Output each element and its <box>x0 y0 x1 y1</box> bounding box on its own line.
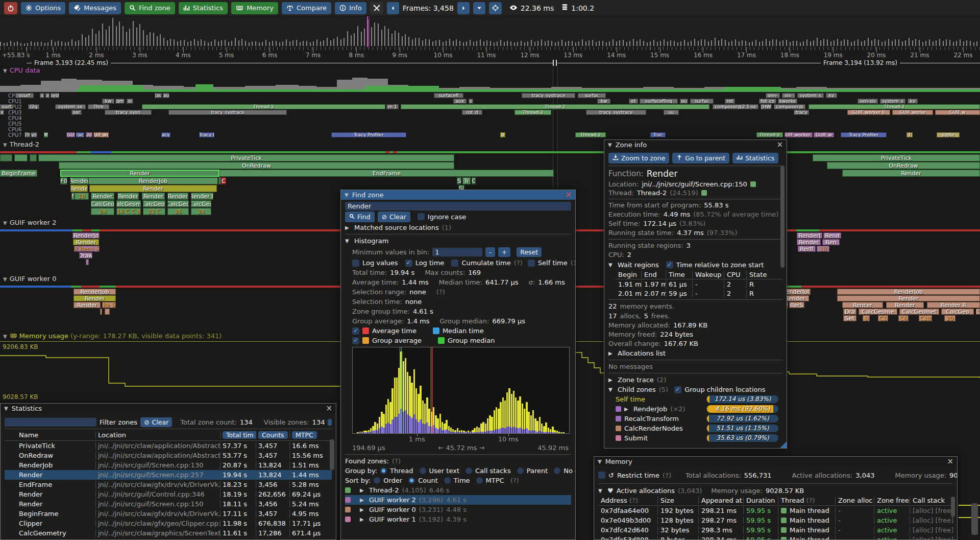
collapse-icon[interactable]: ▼ <box>608 142 612 148</box>
timeline-zone[interactable]: RenderJob <box>88 177 218 184</box>
stats-table-row[interactable]: Renderjni/../jni/src/guif/Control.cpp:34… <box>5 489 332 499</box>
cpu-zone[interactable]: kv <box>908 99 918 104</box>
stats-table-row[interactable]: Renderjni/../jni/src/guif/Screen.cpp:150… <box>5 499 332 509</box>
cpu-zone[interactable]: kw <box>597 99 610 104</box>
histogram-option-checkbox[interactable]: ✓ <box>405 260 412 267</box>
timeline-zone[interactable]: Set <box>843 315 856 321</box>
stats-limit-toggle[interactable] <box>328 419 332 426</box>
expand-icon[interactable]: ▶ <box>608 375 615 385</box>
cpu-zone[interactable]: Tracy Profiler <box>841 132 887 137</box>
min-bin-input[interactable] <box>432 248 482 256</box>
thread-header[interactable]: ▼Thread-2 <box>3 140 39 148</box>
cpu-zone[interactable]: ssurf <box>15 93 34 98</box>
cpu-zone[interactable]: gm <box>115 99 125 104</box>
cpu-zone[interactable]: GUIF worker 0 <box>847 110 890 115</box>
cpu-zone[interactable]: M <box>44 132 48 137</box>
collapse-icon[interactable]: ▼ <box>608 260 615 270</box>
stats-col-counts[interactable]: Counts <box>258 431 288 439</box>
cpu-zone[interactable]: syste <box>937 132 960 137</box>
timeline-zone[interactable]: CalcGeome <box>859 309 897 315</box>
cpu-zone[interactable]: s <box>469 99 473 104</box>
cpu-zone[interactable]: s <box>40 93 44 98</box>
timeline-zone[interactable]: RenderJo <box>72 232 100 239</box>
group-children-checkbox[interactable]: ✓ <box>674 386 681 393</box>
group-by-radio[interactable] <box>380 467 387 474</box>
timeline-zone[interactable]: CalcGeome <box>116 200 141 207</box>
legend-checkbox[interactable]: ✓ <box>352 327 359 335</box>
timeline-zone[interactable]: C <box>976 309 980 315</box>
memory-table-row[interactable]: 0x7dfaa64e00192 bytes298.21 ms59.95 sMai… <box>598 506 953 515</box>
memory-table-row[interactable]: 0x7e049b3d00128 bytes298.27 ms59.95 sMai… <box>598 515 953 525</box>
cpu-zone[interactable]: GUIF wor <box>93 132 109 137</box>
cpu-zone[interactable]: su <box>664 110 679 115</box>
find-button[interactable]: Find <box>345 212 375 222</box>
found-zone-group[interactable]: ▶GUIF worker 1(3,192)4.39 s <box>345 514 571 524</box>
histogram-option-checkbox[interactable]: ✓ <box>352 260 359 267</box>
timeline-zone[interactable]: Rencer <box>842 302 883 308</box>
cpu-zone[interactable]: system_s <box>797 93 824 98</box>
go-to-parent-button[interactable]: Go to parent <box>672 153 729 163</box>
cpu-zone[interactable]: au <box>680 99 688 104</box>
memory-col-header[interactable]: Thread (?) <box>778 497 835 504</box>
expand-icon[interactable]: ▶ <box>345 223 351 232</box>
timeline-zone[interactable]: Render R <box>927 302 980 308</box>
cpu-zone[interactable]: GUI <box>86 132 92 137</box>
cpu-zone[interactable]: Trac <box>650 132 666 137</box>
group-by-radio[interactable] <box>420 467 426 474</box>
stats-col-name[interactable]: Name <box>17 431 95 439</box>
cpu-zone[interactable]: rot <box>725 99 735 104</box>
memory-usage-header[interactable]: ▼Memory usage (y-range: 178.27 KB, visib… <box>3 332 222 340</box>
statistics-titlebar[interactable]: ▼ Statistics × <box>1 404 336 413</box>
cpu-zone[interactable]: l <box>906 132 913 137</box>
cpu-zone[interactable]: Thread-2 <box>808 104 980 109</box>
stats-table-row[interactable]: CalcGeometryjni/../jni/src/claw/graphics… <box>5 528 332 538</box>
timeline-zone[interactable]: 24 <box>191 208 211 215</box>
timeline-zone[interactable]: 0 <box>863 315 870 321</box>
collapse-icon[interactable]: ▼ <box>4 406 8 411</box>
cpu-zone[interactable]: GGUIF <box>66 132 75 137</box>
cpu-zone[interactable]: tracy <box>794 110 809 115</box>
cpu-zone[interactable]: kv <box>826 93 837 98</box>
cpu-zone[interactable]: Tracy Profiler <box>331 132 406 137</box>
timeline-zone[interactable]: C6 <box>898 315 909 321</box>
stats-table-row[interactable]: PrivateTickjni/../jni/src/claw/applicati… <box>5 441 332 451</box>
timeline-zone[interactable]: Rende <box>70 185 88 192</box>
cpu-zone[interactable]: Th <box>24 132 30 137</box>
group-by-radio[interactable] <box>465 467 472 474</box>
timeline-zone[interactable]: Re 5 <box>102 302 116 308</box>
wait-region-row[interactable]: 1.91 ms1.97 ms61 µs-2R <box>616 279 782 289</box>
timeline-zone[interactable]: 16 C C 8 <box>116 208 141 215</box>
timeline-zone[interactable]: Rerff <box>798 246 816 252</box>
cpu-zone[interactable]: Tracy <box>76 132 84 137</box>
thread-color-swatch[interactable] <box>701 190 707 196</box>
found-zone-group[interactable]: ▶GUIF worker 0(3,231)4.48 s <box>345 505 571 514</box>
cpu-zone[interactable]: surfacefl <box>434 93 463 98</box>
cpu-zone[interactable]: system_s <box>880 99 905 104</box>
child-zone-row[interactable]: ▶RenderJob(×2)4.16 ms (92.60%) <box>608 404 782 414</box>
timeline-zone[interactable]: Render <box>837 295 980 301</box>
collapse-icon[interactable]: ▼ <box>598 486 604 496</box>
reset-button[interactable]: Reset <box>517 247 542 257</box>
timeline-zone[interactable]: PrivateTick <box>813 154 980 161</box>
timeline-zone[interactable]: C <box>221 177 226 184</box>
cpu-zone[interactable]: (au <box>155 93 162 98</box>
memory-col-header[interactable]: Zone alloc <box>835 497 874 504</box>
stats-table-row[interactable]: BeginFramejni/../jni/src/claw/gfx/drv/vk… <box>5 509 332 519</box>
cpu-zone[interactable]: tracy_sysn <box>105 110 152 115</box>
cpu-zone[interactable]: ser <box>71 110 82 115</box>
child-zone-row[interactable]: RecalcTransform72.92 us (1.62%) <box>608 414 782 424</box>
timeline-zone[interactable]: 20 <box>944 315 955 321</box>
memory-table-row[interactable]: 0x7dfc42d64032 bytes298.3 ms59.95 sMain … <box>598 525 953 535</box>
close-icon[interactable]: × <box>947 458 953 465</box>
resize-handle[interactable] <box>780 441 787 448</box>
cpu-zone[interactable]: tracy_systrace <box>586 110 646 115</box>
child-zone-row[interactable]: Self time172.14 us (3.83%) <box>608 394 782 404</box>
timeline-zone[interactable]: Draw <box>79 252 92 259</box>
timeline-zone[interactable]: OnRedraw <box>59 162 454 169</box>
stats-table-row[interactable]: OnRedrawjni/../jni/src/claw/application/… <box>5 451 332 460</box>
cpu-zone[interactable]: Thread-2 <box>575 132 606 137</box>
memory-scrollbar[interactable] <box>951 497 955 517</box>
zone-statistics-button[interactable]: Statistics <box>732 153 778 163</box>
timeline-zone[interactable]: Ren <box>822 239 840 245</box>
found-zone-group[interactable]: ▶Thread-2(4,105)6.46 s <box>345 485 571 495</box>
